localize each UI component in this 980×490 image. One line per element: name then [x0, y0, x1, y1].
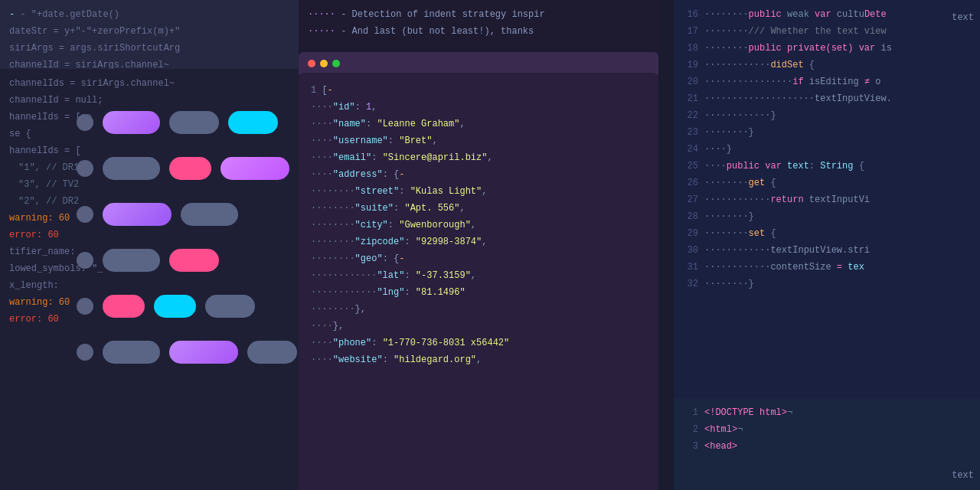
- row4-dot: [77, 252, 93, 269]
- widget-row-3: [77, 200, 337, 229]
- row5-pill-3[interactable]: [205, 295, 255, 318]
- row2-pill-3[interactable]: [220, 157, 289, 180]
- row3-pill-2[interactable]: [181, 203, 238, 226]
- row3-pill-1[interactable]: [103, 203, 172, 226]
- row6-pill-2[interactable]: [169, 341, 238, 364]
- row2-dot: [77, 160, 93, 177]
- widget-row-2: [77, 154, 337, 183]
- row5-dot: [77, 298, 93, 315]
- row6-pill-3[interactable]: [247, 341, 297, 364]
- minimize-dot: [320, 60, 328, 67]
- row1-pill-2[interactable]: [169, 111, 219, 134]
- widget-row-1: [77, 108, 337, 137]
- close-dot: [308, 60, 315, 67]
- row2-pill-2[interactable]: [169, 157, 211, 180]
- right-bottom-code-panel: 1<!DOCTYPE html>¬ 2<html>¬ 3<head> text: [674, 398, 980, 490]
- center-top-partial: ····· - Detection of indent strategy ins…: [299, 0, 658, 52]
- row1-dot: [77, 114, 93, 131]
- center-code-panel: 1 [- ····"id": 1, ····"name": "Leanne Gr…: [299, 73, 658, 490]
- widget-row-4: [77, 246, 337, 275]
- row1-pill-1[interactable]: [103, 111, 160, 134]
- widget-row-5: [77, 292, 337, 321]
- row3-dot: [77, 206, 93, 223]
- row1-pill-3[interactable]: [228, 111, 278, 134]
- row5-pill-2[interactable]: [154, 295, 196, 318]
- maximize-dot: [332, 60, 340, 67]
- row4-pill-1[interactable]: [103, 249, 160, 272]
- top-bar-left: - - "+date.getDate() dateStr = y+"-"+zer…: [0, 0, 299, 69]
- row6-pill-1[interactable]: [103, 341, 160, 364]
- row2-pill-1[interactable]: [103, 157, 160, 180]
- row4-pill-2[interactable]: [169, 249, 219, 272]
- header-text-label: text: [952, 9, 974, 26]
- window-chrome: [299, 52, 658, 75]
- row5-pill-1[interactable]: [103, 295, 145, 318]
- widget-panel: [77, 92, 337, 383]
- row6-dot: [77, 344, 93, 361]
- right-top-code-panel: 16········public weak var cultuDete 17··…: [674, 0, 980, 398]
- corner-text-label: text: [952, 467, 974, 484]
- widget-row-6: [77, 338, 337, 367]
